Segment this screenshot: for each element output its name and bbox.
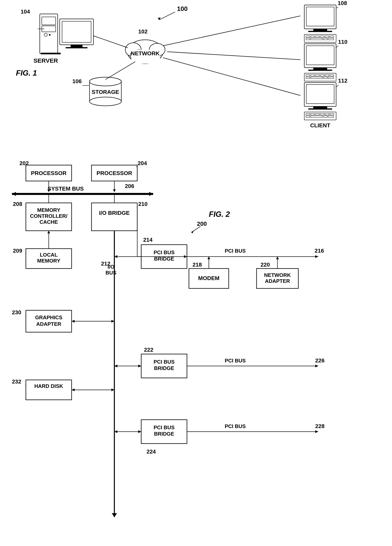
ref-106-label: 106 [72, 78, 82, 84]
ref-202-label: 202 [20, 160, 29, 166]
svg-rect-11 [66, 47, 87, 48]
svg-rect-25 [306, 7, 334, 26]
ref-102-label: 102 [138, 28, 148, 35]
ref-209-label: 209 [13, 248, 22, 254]
svg-line-74 [163, 16, 300, 46]
svg-rect-60 [304, 112, 336, 120]
ref-230-label: 230 [12, 309, 21, 315]
client-112-label: CLIENT [310, 122, 330, 129]
svg-rect-3 [42, 17, 56, 25]
svg-rect-26 [313, 29, 327, 31]
fig2-label: FIG. 2 [209, 210, 230, 218]
pci-bus-bridge2-line2: BRIDGE [154, 365, 174, 371]
memory-controller-line3: CACHE [39, 219, 58, 225]
ref-224-label: 224 [147, 448, 156, 455]
svg-rect-92 [91, 203, 137, 231]
network-adapter-line1: NETWORK [264, 272, 291, 278]
svg-line-75 [167, 52, 300, 60]
svg-rect-28 [304, 34, 336, 42]
ref-110-label: 110 [338, 39, 347, 45]
ref-232-label: 232 [12, 378, 21, 385]
graphics-adapter-line2: ADAPTER [36, 321, 61, 327]
ref-228-label: 228 [315, 423, 325, 429]
pci-bus-228-label: PCI BUS [225, 423, 246, 429]
svg-marker-124 [138, 364, 141, 367]
svg-marker-99 [47, 231, 50, 233]
svg-point-6 [49, 34, 51, 36]
svg-marker-115 [276, 257, 279, 259]
ref-100: 100 [177, 5, 188, 12]
svg-rect-58 [313, 106, 327, 108]
svg-marker-112 [207, 257, 210, 259]
svg-marker-126 [315, 364, 318, 367]
network-adapter-line2: ADAPTER [265, 278, 290, 284]
graphics-adapter-line1: GRAPHICS [35, 314, 62, 320]
svg-marker-119 [72, 320, 75, 323]
svg-rect-89 [12, 193, 153, 195]
svg-rect-10 [71, 45, 83, 47]
svg-rect-7 [41, 53, 61, 54]
svg-marker-137 [315, 430, 318, 433]
svg-rect-127 [26, 380, 72, 400]
svg-point-21 [90, 97, 121, 106]
processor1-label: PROCESSOR [31, 170, 67, 176]
svg-rect-27 [308, 31, 332, 32]
svg-marker-86 [113, 189, 116, 192]
svg-marker-135 [138, 430, 141, 433]
ref-212-label: 212 [101, 260, 110, 267]
processor2-label: PROCESSOR [97, 170, 132, 176]
svg-rect-9 [62, 21, 91, 42]
pci-bus-bridge1-line1: PCI BUS [154, 249, 174, 255]
pci-bus-bridge2-line1: PCI BUS [154, 359, 174, 365]
svg-rect-59 [308, 108, 332, 110]
ref-104-label: 104 [21, 9, 30, 15]
ref-204-label: 204 [138, 160, 147, 166]
svg-line-0 [159, 12, 175, 20]
pci-bus-226-label: PCI BUS [225, 358, 246, 364]
ref-218-label: 218 [193, 261, 202, 268]
memory-controller-line2: CONTROLLER/ [30, 213, 67, 219]
storage-label: STORAGE [92, 89, 119, 95]
svg-marker-130 [72, 389, 75, 391]
io-bridge-line1: I/O BRIDGE [99, 210, 130, 216]
server-label: SERVER [34, 57, 58, 64]
ref-208-label: 208 [13, 201, 22, 207]
pci-bus-bridge3-line2: BRIDGE [154, 431, 174, 437]
svg-rect-41 [306, 46, 334, 65]
ref-226-label: 226 [315, 358, 325, 364]
local-memory-line1: LOCAL [40, 252, 58, 258]
pci-bus-bridge3-line1: PCI BUS [154, 424, 174, 430]
svg-line-76 [163, 58, 300, 96]
svg-line-72 [93, 36, 128, 48]
svg-line-73 [105, 62, 135, 79]
ref-210-label: 210 [138, 201, 148, 207]
ref-222-label: 222 [144, 347, 153, 353]
svg-rect-43 [308, 70, 332, 71]
local-memory-line2: MEMORY [37, 258, 60, 264]
svg-point-22 [90, 77, 121, 86]
hard-disk-line1: HARD DISK [34, 383, 63, 389]
ref-200-label: 200 [197, 220, 207, 227]
pci-bus-216-label: PCI BUS [225, 248, 246, 254]
svg-rect-42 [313, 68, 327, 70]
system-bus-label: SYSTEM BUS [47, 186, 84, 192]
modem-label: MODEM [198, 275, 219, 281]
ref-220-label: 220 [261, 261, 270, 268]
network-label: NETWORK [131, 50, 160, 57]
ref-216-label: 216 [315, 248, 324, 254]
ref-206-label: 206 [125, 183, 134, 189]
svg-point-5 [44, 33, 47, 36]
ref-214-label: 214 [143, 237, 153, 243]
svg-marker-101 [112, 513, 117, 517]
ref-108-label: 108 [338, 0, 347, 6]
svg-marker-109 [315, 255, 318, 258]
svg-rect-44 [304, 73, 336, 81]
ref-112-label: 112 [338, 78, 347, 84]
fig1-label: FIG. 1 [16, 69, 37, 77]
diagram-container: 100 104 SERVER NETWORK 102 [0, 0, 392, 546]
memory-controller-line1: MEMORY [37, 207, 60, 213]
svg-rect-57 [306, 84, 334, 104]
